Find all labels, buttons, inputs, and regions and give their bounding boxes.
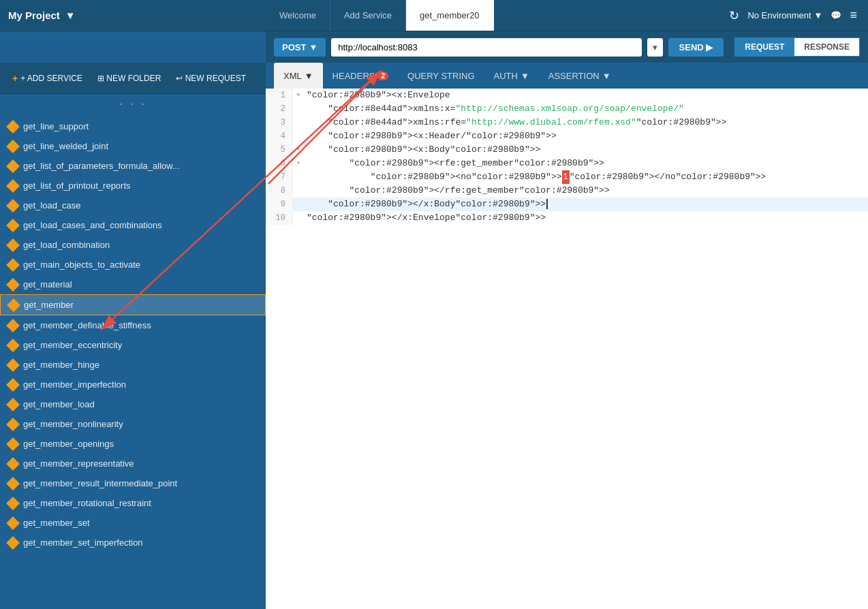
sidebar-item-get_member_nonlinearity[interactable]: get_member_nonlinearity xyxy=(0,414,266,434)
line-number: 1 xyxy=(266,89,293,102)
sidebar-item-get_main_objects_to_activate[interactable]: get_main_objects_to_activate xyxy=(0,255,266,275)
text-cursor: 1 xyxy=(562,170,570,184)
req-resp-toggle: REQUEST RESPONSE xyxy=(734,37,860,57)
sidebar-item-label: get_member xyxy=(24,300,74,310)
line-number: 4 xyxy=(266,129,293,143)
chat-icon[interactable]: 💬 xyxy=(831,10,841,20)
sidebar-item-get_line_welded_joint[interactable]: get_line_welded_joint xyxy=(0,136,266,156)
code-line-9: 9 "color:#2980b9"></x:Body"color:#2980b9… xyxy=(266,198,868,211)
line-content: "color:#2980b9"></x:Envelope"color:#2980… xyxy=(304,211,546,225)
line-number: 2 xyxy=(266,102,293,116)
line-content: "color:#2980b9"><rfe:get_member"color:#2… xyxy=(304,157,604,170)
sidebar-item-label: get_member_result_intermediate_point xyxy=(23,478,177,488)
sidebar-item-get_member_representative[interactable]: get_member_representative xyxy=(0,454,266,473)
sidebar-item-label: get_member_definable_stiffness xyxy=(23,320,151,330)
sidebar-item-label: get_member_set xyxy=(23,518,90,528)
sidebar-item-get_load_cases_and_combinations[interactable]: get_load_cases_and_combinations xyxy=(0,215,266,235)
sidebar-item-get_member_rotational_restraint[interactable]: get_member_rotational_restraint xyxy=(0,493,266,513)
sidebar-item-get_member_load[interactable]: get_member_load xyxy=(0,394,266,414)
service-icon xyxy=(6,219,20,232)
sidebar-item-get_member_set_imperfection[interactable]: get_member_set_imperfection xyxy=(0,533,266,552)
sidebar-item-get_load_combination[interactable]: get_load_combination xyxy=(0,235,266,255)
line-content: "color:#2980b9"><no"color:#2980b9">>1"co… xyxy=(304,170,766,184)
subtab-xml[interactable]: XML ▼ xyxy=(274,63,323,89)
tab-bar: Welcome Add Service get_member20 xyxy=(266,0,718,31)
line-number: 7 xyxy=(266,170,293,184)
new-folder-button[interactable]: ⊞ NEW FOLDER xyxy=(93,72,165,85)
fold-arrow[interactable]: ▾ xyxy=(293,143,304,157)
code-line-10: 10"color:#2980b9"></x:Envelope"color:#29… xyxy=(266,211,868,225)
service-icon xyxy=(6,159,20,173)
sidebar-item-label: get_load_cases_and_combinations xyxy=(23,220,162,230)
sidebar-item-get_member_set[interactable]: get_member_set xyxy=(0,513,266,533)
method-button[interactable]: POST ▼ xyxy=(274,38,326,57)
sidebar-item-get_list_of_printout_reports[interactable]: get_list_of_printout_reports xyxy=(0,176,266,196)
line-content: "color:#8e44ad">xmlns:x="http://schemas.… xyxy=(304,102,684,116)
sidebar-item-label: get_load_case xyxy=(23,200,81,210)
menu-icon[interactable]: ≡ xyxy=(850,8,857,22)
service-icon xyxy=(6,378,20,392)
sidebar-item-get_material[interactable]: get_material xyxy=(0,275,266,294)
new-request-button[interactable]: ↩ NEW REQUEST xyxy=(172,72,250,85)
code-line-8: 8 "color:#2980b9"></rfe:get_member"color… xyxy=(266,184,868,198)
sidebar-item-get_line_support[interactable]: get_line_support xyxy=(0,116,266,136)
sidebar-item-get_member_result_intermediate_point[interactable]: get_member_result_intermediate_point xyxy=(0,473,266,493)
service-icon xyxy=(6,140,20,153)
sidebar-item-label: get_member_eccentricity xyxy=(23,340,122,350)
service-icon xyxy=(7,298,20,312)
sidebar: + + ADD SERVICE ⊞ NEW FOLDER ↩ NEW REQUE… xyxy=(0,31,266,609)
sub-tabs: XML ▼ HEADERS 2 QUERY STRING AUTH ▼ ASSE… xyxy=(266,63,868,89)
send-button[interactable]: SEND ▶ xyxy=(668,38,724,57)
sidebar-item-get_member_hinge[interactable]: get_member_hinge xyxy=(0,355,266,375)
line-number: 3 xyxy=(266,116,293,129)
code-line-4: 4 "color:#2980b9"><x:Header/"color:#2980… xyxy=(266,129,868,143)
tab-add-service[interactable]: Add Service xyxy=(330,0,406,31)
sidebar-item-label: get_member_representative xyxy=(23,458,134,469)
sidebar-item-label: get_member_imperfection xyxy=(23,379,126,390)
refresh-icon[interactable]: ↻ xyxy=(729,8,739,23)
environment-selector[interactable]: No Environment ▼ xyxy=(747,10,822,20)
sidebar-item-get_member_openings[interactable]: get_member_openings xyxy=(0,434,266,454)
sidebar-item-get_member_eccentricity[interactable]: get_member_eccentricity xyxy=(0,335,266,355)
project-chevron[interactable]: ▼ xyxy=(65,10,76,21)
code-line-2: 2 "color:#8e44ad">xmlns:x="http://schema… xyxy=(266,102,868,116)
tab-get-member20[interactable]: get_member20 xyxy=(406,0,493,31)
sidebar-item-get_member_definable_stiffness[interactable]: get_member_definable_stiffness xyxy=(0,315,266,335)
subtab-auth[interactable]: AUTH ▼ xyxy=(484,63,539,89)
sidebar-item-label: get_main_objects_to_activate xyxy=(23,260,140,270)
service-icon xyxy=(6,536,20,550)
url-input[interactable] xyxy=(331,38,641,57)
subtab-query-string[interactable]: QUERY STRING xyxy=(398,63,484,89)
line-content: "color:#2980b9"></x:Body"color:#2980b9">… xyxy=(304,198,553,211)
sidebar-item-label: get_member_load xyxy=(23,399,95,409)
add-service-button[interactable]: + + ADD SERVICE xyxy=(8,71,87,86)
tab-welcome[interactable]: Welcome xyxy=(266,0,330,31)
service-icon xyxy=(6,477,20,490)
project-title-area: My Project ▼ xyxy=(0,0,266,31)
sidebar-item-get_list_of_parameters_formula_allow[interactable]: get_list_of_parameters_formula_allow... xyxy=(0,156,266,176)
sidebar-item-label: get_load_combination xyxy=(23,240,110,250)
sidebar-item-label: get_member_openings xyxy=(23,439,114,449)
service-icon xyxy=(6,199,20,213)
service-icon xyxy=(6,437,20,451)
code-editor[interactable]: 1▾"color:#2980b9"><x:Envelope2 "color:#8… xyxy=(266,89,868,609)
sidebar-item-get_load_case[interactable]: get_load_case xyxy=(0,196,266,215)
service-icon xyxy=(6,258,20,272)
subtab-assertion[interactable]: ASSERTION ▼ xyxy=(539,63,621,89)
top-right-controls: ↻ No Environment ▼ 💬 ≡ xyxy=(718,0,868,31)
line-content: "color:#8e44ad">xmlns:rfe="http://www.dl… xyxy=(304,116,726,129)
service-icon xyxy=(6,358,20,372)
response-tab-button[interactable]: RESPONSE xyxy=(794,37,860,57)
service-icon xyxy=(6,278,20,292)
request-tab-button[interactable]: REQUEST xyxy=(734,37,794,57)
subtab-headers[interactable]: HEADERS 2 xyxy=(323,63,398,89)
fold-arrow[interactable]: ▾ xyxy=(293,157,304,170)
fold-arrow[interactable]: ▾ xyxy=(293,89,304,102)
code-line-3: 3 "color:#8e44ad">xmlns:rfe="http://www.… xyxy=(266,116,868,129)
sidebar-item-get_member[interactable]: get_member xyxy=(0,294,266,315)
url-dropdown-button[interactable]: ▾ xyxy=(647,38,663,57)
service-icon xyxy=(6,457,20,471)
fold-arrow xyxy=(293,102,304,116)
service-icon xyxy=(6,398,20,411)
sidebar-item-get_member_imperfection[interactable]: get_member_imperfection xyxy=(0,375,266,394)
